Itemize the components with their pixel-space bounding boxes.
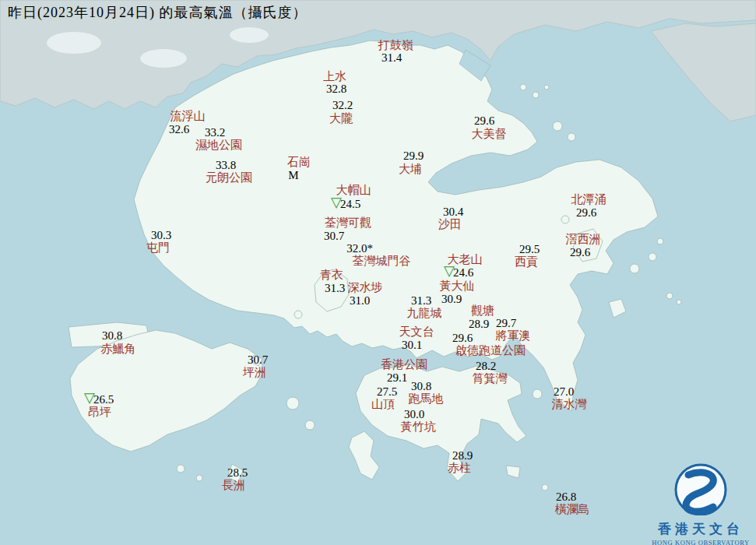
station-name-label: 觀塘 [471, 305, 494, 317]
station-value-label: 30.8 [102, 330, 122, 342]
station-name-label: 長洲 [222, 480, 245, 491]
station-value-label: 29.9 [403, 150, 424, 162]
station-name-label: 天文台 [399, 326, 434, 338]
station-value-label: 31.0 [350, 295, 370, 307]
small-island [294, 311, 302, 318]
hong-kong-basemap [0, 0, 756, 545]
station-name-label: 荃灣可觀 [325, 217, 371, 229]
station-value-label: 29.6 [576, 207, 596, 219]
station-value-label: 32.0* [346, 243, 373, 255]
tung-lung-island [533, 389, 542, 399]
station-value-label: 29.7 [496, 318, 516, 329]
station-value-label: 32.8 [326, 83, 346, 95]
waglan-island [542, 484, 548, 490]
station-name-label: 黃大仙 [440, 280, 475, 292]
map-canvas: 昨日(2023年10月24日) 的最高氣溫（攝氏度） 打鼓嶺31.4上水32.8… [0, 0, 756, 545]
station-value-label: 30.7 [324, 230, 344, 242]
station-value-label: 28.9 [469, 318, 489, 330]
station-value-label: 30.4 [443, 206, 463, 218]
minimum-marker-triangle-icon: ▽ [444, 264, 455, 278]
small-island [520, 84, 526, 90]
small-island [196, 475, 202, 481]
station-value-label: ▽24.5 [340, 199, 360, 210]
station-value-label: 31.3 [325, 283, 345, 294]
station-value-label: M [288, 170, 298, 181]
station-value-label: 33.2 [205, 127, 225, 139]
station-name-label: 打鼓嶺 [378, 40, 413, 51]
station-name-label: 深水埗 [348, 282, 383, 294]
station-value-label: 28.5 [227, 467, 248, 479]
station-value-label: 30.9 [441, 294, 462, 305]
station-value-label: 33.8 [216, 160, 236, 171]
station-value-label: 27.5 [377, 386, 397, 398]
lantau-island [70, 330, 263, 452]
small-island [533, 92, 539, 98]
station-name-label: 沙田 [438, 219, 462, 230]
small-island [630, 264, 639, 273]
jin-island [609, 299, 626, 318]
mirs-bay-peninsula [651, 23, 756, 121]
station-name-label: 啟德跑道公園 [455, 345, 526, 357]
station-value-label: 30.3 [151, 230, 171, 241]
station-name-label: 濕地公園 [195, 139, 242, 151]
station-name-label: 大埔 [399, 164, 422, 175]
station-value-label: 26.8 [556, 491, 576, 503]
small-island [553, 121, 562, 131]
station-name-label: 黃竹坑 [401, 421, 436, 433]
station-name-label: 筲箕灣 [473, 373, 508, 385]
station-value-label: 28.9 [452, 450, 473, 462]
urban-patch [47, 32, 101, 54]
station-name-label: 石崗 [287, 156, 311, 168]
hko-logo-text-zh: 香港天文台 [650, 520, 751, 538]
station-name-label: 赤柱 [448, 462, 471, 474]
station-name-label: 大隴 [329, 113, 353, 125]
station-name-label: 赤鱲角 [101, 343, 136, 355]
station-value-label: ▽24.6 [453, 267, 473, 279]
station-name-label: 跑馬地 [409, 393, 444, 405]
station-value-label: 29.6 [570, 247, 590, 258]
station-name-label: 坪洲 [243, 367, 266, 378]
station-value-label: 32.2 [332, 100, 353, 111]
urban-patch [230, 27, 269, 43]
station-name-label: 流浮山 [171, 111, 206, 122]
station-value-label: 30.0 [404, 409, 424, 420]
station-name-label: 大美督 [472, 128, 507, 140]
urban-patch [140, 49, 187, 68]
page-title: 昨日(2023年10月24日) 的最高氣溫（攝氏度） [8, 3, 308, 22]
station-name-label: 青衣 [320, 269, 343, 281]
small-island [561, 216, 569, 223]
station-value-label: 31.3 [411, 295, 431, 307]
small-island [177, 465, 185, 473]
lamma-island [349, 431, 379, 480]
station-value-label: 30.1 [402, 339, 422, 351]
station-name-label: 清水灣 [552, 399, 587, 410]
station-name-label: 山頂 [371, 399, 395, 410]
station-name-label: 上水 [323, 71, 346, 83]
station-value-label: 29.6 [452, 332, 473, 344]
hko-logo: 香港天文台 HONG KONG OBSERVATORY [650, 461, 751, 545]
minimum-marker-triangle-icon: ▽ [331, 195, 342, 209]
station-name-label: 昂坪 [88, 406, 111, 418]
hko-logo-icon [650, 461, 751, 515]
station-name-label: 元朗公園 [206, 172, 252, 184]
station-name-label: 將軍澳 [496, 330, 531, 342]
station-name-label: 滘西洲 [566, 234, 601, 245]
station-name-label: 香港公園 [381, 359, 427, 371]
station-name-label: 北潭涌 [571, 194, 607, 206]
station-name-label: 西貢 [515, 256, 538, 268]
station-name-label: 屯門 [146, 242, 170, 254]
station-value-label: 31.4 [382, 52, 402, 64]
small-island [568, 133, 575, 141]
station-value-label: 28.2 [476, 360, 496, 372]
small-island [287, 397, 299, 410]
station-value-label: 32.6 [169, 124, 189, 135]
station-value-label: 29.5 [519, 244, 540, 255]
hko-logo-text-en: HONG KONG OBSERVATORY [650, 539, 751, 545]
po-toi-island [506, 466, 520, 478]
station-value-label: 30.7 [248, 354, 268, 366]
station-name-label: 荃灣城門谷 [353, 255, 411, 267]
small-island [677, 300, 681, 304]
small-island [305, 420, 315, 430]
small-island [666, 293, 673, 299]
minimum-marker-triangle-icon: ▽ [84, 391, 95, 405]
